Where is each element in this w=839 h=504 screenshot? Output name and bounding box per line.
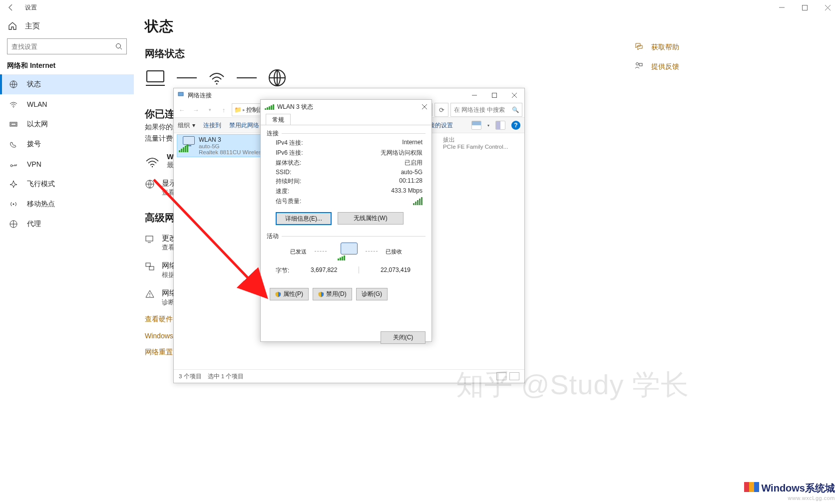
- search-icon[interactable]: [111, 39, 126, 54]
- nav-up[interactable]: ↑: [218, 104, 230, 116]
- bytes-label: 字节:: [276, 266, 289, 275]
- status-item-count: 3 个项目: [179, 373, 202, 380]
- adapter-icon: [145, 234, 155, 244]
- properties-button[interactable]: 属性(P): [270, 288, 309, 300]
- status-icon: [9, 80, 18, 89]
- duration-value: 00:11:28: [399, 177, 422, 186]
- home-icon: [8, 21, 17, 30]
- brand-logo-icon: [744, 482, 759, 495]
- link-reset[interactable]: 网络重置: [145, 348, 173, 357]
- help-button[interactable]: ?: [511, 121, 520, 130]
- home-label: 主页: [25, 21, 40, 31]
- svg-point-16: [216, 83, 218, 85]
- warning-icon: [145, 289, 155, 299]
- toolbar-disable[interactable]: 禁用此网络: [229, 121, 259, 130]
- svg-rect-13: [147, 71, 164, 82]
- nav-item-hotspot[interactable]: 移动热点: [0, 194, 134, 214]
- settings-search[interactable]: [7, 38, 127, 54]
- speed-value: 433.3 Mbps: [391, 187, 422, 196]
- home-button[interactable]: 主页: [0, 15, 134, 37]
- diagnose-button[interactable]: 诊断(G): [356, 288, 388, 300]
- dash-icon: [366, 251, 378, 252]
- nav-label: 移动热点: [27, 200, 55, 209]
- link-windows[interactable]: Windows: [145, 332, 173, 340]
- adapter-ssid: auto-5G: [199, 143, 261, 149]
- nav-item-status[interactable]: 状态: [0, 74, 134, 94]
- explorer-search[interactable]: 在 网络连接 中搜索 🔍: [450, 103, 522, 117]
- svg-line-5: [120, 48, 122, 50]
- dialog-close-button[interactable]: [418, 100, 431, 114]
- vpn-icon: [9, 160, 18, 169]
- disable-button[interactable]: 禁用(D): [313, 288, 352, 300]
- back-button[interactable]: [0, 0, 22, 15]
- settings-search-input[interactable]: [7, 42, 111, 51]
- hotspot-icon: [9, 200, 18, 209]
- tab-general[interactable]: 常规: [266, 114, 291, 125]
- watermark-brand: Windows系统城 www.wxcLgg.com: [744, 482, 835, 501]
- view-large[interactable]: [509, 372, 519, 380]
- ssid-value: auto-5G: [401, 169, 422, 176]
- explorer-minimize[interactable]: [464, 88, 484, 102]
- refresh-button[interactable]: ⟳: [434, 103, 448, 117]
- network-status-header: 网络状态: [145, 47, 839, 60]
- explorer-maximize[interactable]: [484, 88, 504, 102]
- nav-forward[interactable]: →: [190, 104, 202, 116]
- page-title: 状态: [145, 17, 839, 36]
- view-mode-button[interactable]: [471, 121, 481, 130]
- toolbar-connect[interactable]: 连接到: [203, 121, 221, 130]
- recv-label: 已接收: [386, 248, 402, 255]
- ipv6-value: 无网络访问权限: [381, 149, 422, 157]
- details-button[interactable]: 详细信息(E)...: [276, 212, 332, 225]
- feedback-link[interactable]: 提供反馈: [634, 61, 679, 72]
- nav-recent[interactable]: ▾: [204, 104, 216, 116]
- nav-item-airplane[interactable]: 飞行模式: [0, 174, 134, 194]
- close-button[interactable]: 关闭(C): [381, 331, 425, 344]
- dialup-icon: [9, 140, 18, 149]
- folder-icon: 📁: [234, 106, 242, 113]
- group-connection: 连接: [267, 129, 279, 138]
- adapter-device: Realtek 8811CU Wireless: [199, 149, 261, 155]
- settings-sidebar: 主页 网络和 Internet 状态 WLAN 以太网 拨号: [0, 15, 134, 234]
- close-button[interactable]: [816, 0, 839, 15]
- airplane-icon: [9, 180, 18, 189]
- explorer-close[interactable]: [504, 88, 524, 102]
- nav-label: 状态: [27, 80, 41, 89]
- wifi-icon: [145, 155, 160, 168]
- feedback-icon: [634, 61, 643, 72]
- minimize-button[interactable]: [770, 0, 793, 15]
- globe-icon: [268, 68, 287, 87]
- nav-item-vpn[interactable]: VPN: [0, 154, 134, 174]
- adapter-item-wlan3[interactable]: WLAN 3 auto-5G Realtek 8811CU Wireless: [177, 134, 263, 157]
- bytes-recv: 22,073,419: [381, 266, 411, 275]
- dash-icon: [177, 76, 197, 80]
- explorer-title: 网络连接: [188, 91, 212, 100]
- bytes-sent: 3,697,822: [311, 266, 337, 275]
- right-links: 获取帮助 提供反馈: [634, 42, 679, 72]
- maximize-button[interactable]: [793, 0, 816, 15]
- search-icon: 🔍: [512, 106, 519, 113]
- nav-label: 以太网: [27, 120, 48, 129]
- svg-point-7: [13, 107, 14, 108]
- nav-label: 飞行模式: [27, 180, 55, 189]
- nav-back[interactable]: ←: [176, 104, 188, 116]
- svg-point-11: [13, 204, 14, 205]
- wlan-status-dialog: WLAN 3 状态 常规 连接 IPv4 连接:Internet IPv6 连接…: [260, 99, 432, 342]
- nav-item-dialup[interactable]: 拨号: [0, 134, 134, 154]
- preview-pane-button[interactable]: [495, 121, 505, 130]
- wireless-properties-button[interactable]: 无线属性(W): [338, 212, 404, 225]
- chat-icon: [634, 42, 643, 52]
- ipv4-value: Internet: [402, 139, 422, 147]
- toolbar-organize[interactable]: 组织 ▾: [178, 121, 195, 130]
- nav-item-proxy[interactable]: 代理: [0, 214, 134, 234]
- adapter-item-ethernet[interactable]: 拔出 PCIe FE Family Control...: [441, 134, 522, 152]
- adapter-name: WLAN 3: [199, 136, 261, 143]
- view-details[interactable]: [496, 372, 506, 380]
- share-icon: [145, 261, 155, 271]
- nav-item-wlan[interactable]: WLAN: [0, 94, 134, 114]
- nav-label: VPN: [27, 160, 41, 168]
- help-link[interactable]: 获取帮助: [634, 42, 679, 52]
- svg-point-4: [116, 44, 121, 48]
- nav-item-ethernet[interactable]: 以太网: [0, 114, 134, 134]
- nav-label: WLAN: [27, 100, 47, 108]
- svg-point-10: [10, 165, 12, 167]
